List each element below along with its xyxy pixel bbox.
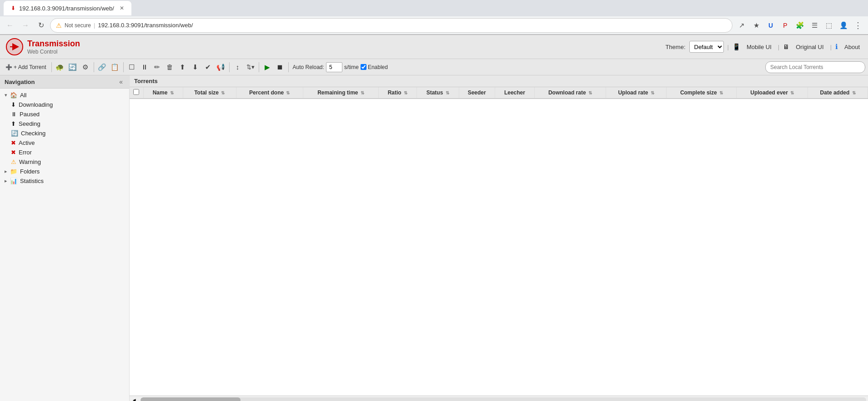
sidebar-item-checking[interactable]: 🔄 Checking: [0, 129, 129, 138]
toolbar-sep-3: [123, 62, 124, 72]
add-torrent-icon: ➕: [5, 64, 12, 70]
th-ratio[interactable]: Ratio ⇅: [379, 87, 417, 99]
active-icon: ✖: [11, 139, 16, 146]
profile-icon[interactable]: 👤: [837, 19, 850, 32]
th-status[interactable]: Status ⇅: [416, 87, 459, 99]
move-up-button[interactable]: ⬆: [177, 61, 189, 73]
address-warning-text: Not secure: [65, 22, 91, 29]
torrents-title: Torrents: [134, 78, 158, 84]
enabled-checkbox-label[interactable]: Enabled: [361, 64, 388, 70]
sidebar-item-label-seeding: Seeding: [19, 120, 40, 127]
browser-chrome: ⬇ 192.168.0.3:9091/transmission/web/ ✕ ←…: [0, 0, 868, 35]
toolbar-sep-4: [229, 62, 230, 72]
sidebar-item-label-folders: Folders: [20, 168, 40, 175]
torrent-panel: Torrents Name ⇅ Total size: [130, 75, 868, 401]
reload-button[interactable]: 🔄: [67, 61, 79, 73]
bitwarden-icon[interactable]: U: [764, 19, 777, 32]
browser-tab-bar: ⬇ 192.168.0.3:9091/transmission/web/ ✕: [0, 0, 868, 16]
th-complete-size[interactable]: Complete size ⇅: [667, 87, 737, 99]
th-date-added[interactable]: Date added ⇅: [808, 87, 868, 99]
mobile-ui-link[interactable]: Mobile UI: [744, 43, 774, 51]
menu-button[interactable]: ⋮: [852, 19, 864, 32]
sidebar-item-statistics[interactable]: ▸ 📊 Statistics: [0, 176, 129, 186]
add-torrent-button[interactable]: ➕ + Add Torrent: [3, 63, 49, 72]
sidebar-item-warning[interactable]: ⚠ Warning: [0, 157, 129, 167]
torrent-table[interactable]: Name ⇅ Total size ⇅ Percent done ⇅ Rem: [130, 87, 868, 396]
original-ui-link[interactable]: Original UI: [793, 43, 826, 51]
copy-button[interactable]: 📋: [109, 61, 121, 73]
scrollbar-thumb[interactable]: [140, 397, 241, 401]
horizontal-scrollbar[interactable]: ◂: [130, 396, 868, 401]
th-percent-done-label: Percent done: [249, 89, 284, 96]
delete-button[interactable]: 🗑: [164, 61, 176, 73]
sidebar-item-active[interactable]: ✖ Active: [0, 138, 129, 148]
forward-button[interactable]: →: [19, 19, 32, 32]
th-remaining-time[interactable]: Remaining time ⇅: [303, 87, 379, 99]
bookmark-button[interactable]: ★: [750, 19, 763, 32]
th-uploaded-ever[interactable]: Uploaded ever ⇅: [737, 87, 808, 99]
search-input[interactable]: [765, 61, 865, 73]
enabled-label: Enabled: [368, 64, 388, 70]
checkbox-button[interactable]: ☐: [126, 61, 138, 73]
th-seeder[interactable]: Seeder: [459, 87, 495, 99]
start-button[interactable]: ▶: [261, 61, 273, 73]
pause-button[interactable]: ⏸: [139, 61, 151, 73]
turtle-mode-button[interactable]: 🐢: [54, 61, 66, 73]
edit-button[interactable]: ✏: [151, 61, 163, 73]
share-button[interactable]: ↗: [735, 19, 748, 32]
scroll-left-btn[interactable]: ◂: [130, 397, 139, 401]
th-total-size[interactable]: Total size ⇅: [183, 87, 236, 99]
settings-button[interactable]: ⚙: [80, 61, 91, 73]
sort-button[interactable]: ↕: [232, 61, 244, 73]
pip-icon[interactable]: ⬚: [823, 19, 835, 32]
th-name-sort-icon: ⇅: [170, 90, 174, 95]
tab-close-icon[interactable]: ✕: [120, 5, 124, 11]
select-all-checkbox[interactable]: [133, 89, 139, 95]
app-header-right: Theme: Default | 📱 Mobile UI | 🖥 Origina…: [665, 41, 863, 53]
th-download-rate[interactable]: Download rate ⇅: [535, 87, 606, 99]
enabled-checkbox[interactable]: [361, 64, 366, 70]
app-header: Transmission Web Control Theme: Default …: [0, 35, 868, 59]
theme-select[interactable]: Default: [689, 41, 724, 53]
main-layout: Navigation « ▾ 🏠 All ⬇ Downloading ⏸ Pau…: [0, 75, 868, 401]
sidebar-item-all[interactable]: ▾ 🏠 All: [0, 90, 129, 100]
sort-dir-button[interactable]: ⇅▾: [245, 61, 256, 73]
statistics-expand-icon: ▸: [5, 178, 7, 184]
autoreload-input[interactable]: [326, 62, 342, 72]
sidebar-item-error[interactable]: ✖ Error: [0, 148, 129, 157]
th-percent-done[interactable]: Percent done ⇅: [236, 87, 303, 99]
sidebar-item-paused[interactable]: ⏸ Paused: [0, 109, 129, 119]
browser-actions: ↗ ★ U P 🧩 ☰ ⬚ 👤 ⋮: [735, 19, 864, 32]
extensions-icon[interactable]: 🧩: [793, 19, 806, 32]
th-leecher[interactable]: Leecher: [495, 87, 534, 99]
browser-tab[interactable]: ⬇ 192.168.0.3:9091/transmission/web/ ✕: [4, 1, 131, 15]
add-magnet-button[interactable]: 🔗: [96, 61, 108, 73]
sidebar-item-seeding[interactable]: ⬆ Seeding: [0, 119, 129, 129]
torrent-panel-header: Torrents: [130, 75, 868, 87]
toolbar-sep-5: [259, 62, 259, 72]
about-link[interactable]: About: [842, 43, 863, 51]
th-leecher-label: Leecher: [504, 89, 525, 96]
sidebar-item-folders[interactable]: ▸ 📁 Folders: [0, 167, 129, 176]
verify-button[interactable]: ✔: [202, 61, 214, 73]
reload-button[interactable]: ↻: [35, 19, 47, 32]
th-percent-done-sort-icon: ⇅: [286, 90, 290, 95]
stop-button[interactable]: ⏹: [274, 61, 286, 73]
toolbar-sep-2: [94, 62, 94, 72]
original-ui-icon: 🖥: [783, 43, 789, 50]
download-icon: ⬇: [11, 101, 16, 108]
sidebar-icon[interactable]: ☰: [808, 19, 821, 32]
back-button[interactable]: ←: [4, 19, 16, 32]
th-name[interactable]: Name ⇅: [143, 87, 183, 99]
sidebar-item-label-checking: Checking: [21, 130, 45, 137]
th-upload-rate[interactable]: Upload rate ⇅: [606, 87, 667, 99]
th-seeder-label: Seeder: [468, 89, 486, 96]
th-ratio-sort-icon: ⇅: [404, 90, 407, 95]
th-select-all[interactable]: [130, 87, 143, 99]
reannounce-button[interactable]: 📢: [215, 61, 227, 73]
sidebar-item-downloading[interactable]: ⬇ Downloading: [0, 100, 129, 109]
address-bar[interactable]: ⚠ Not secure | 192.168.0.3:9091/transmis…: [50, 18, 733, 33]
move-down-button[interactable]: ⬇: [190, 61, 201, 73]
pocket-icon[interactable]: P: [779, 19, 792, 32]
sidebar-collapse-button[interactable]: «: [117, 78, 125, 85]
